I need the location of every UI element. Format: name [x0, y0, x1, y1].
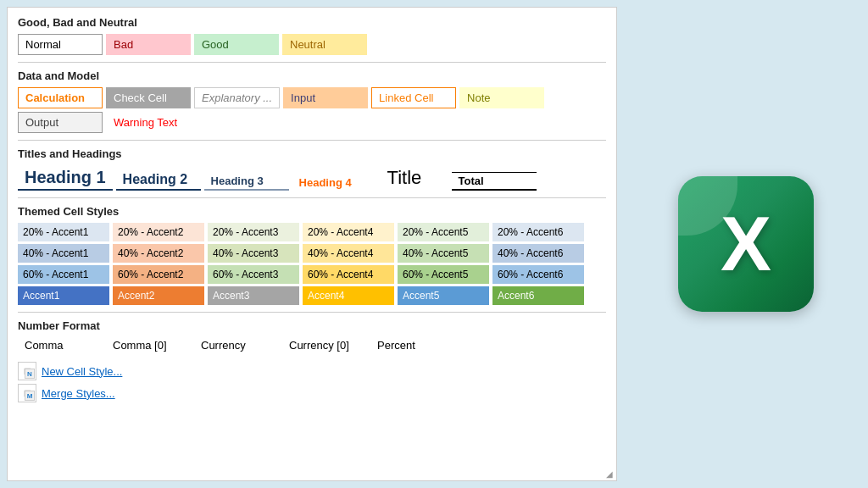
cell-heading4[interactable]: Heading 4	[292, 175, 377, 191]
merge-styles-label[interactable]: Merge Styles...	[42, 387, 115, 400]
themed-row-40: 40% - Accent1 40% - Accent2 40% - Accent…	[18, 244, 606, 263]
good-bad-neutral-row: Normal Bad Good Neutral	[18, 34, 606, 55]
cell-output[interactable]: Output	[18, 112, 103, 133]
data-model-row1: Calculation Check Cell Explanatory ... I…	[18, 87, 606, 108]
new-cell-style-label[interactable]: New Cell Style...	[42, 365, 122, 378]
cell-accent4[interactable]: Accent4	[303, 286, 394, 305]
excel-logo-x: X	[721, 206, 771, 282]
cell-heading1[interactable]: Heading 1	[18, 166, 113, 191]
cell-comma-0[interactable]: Comma [0]	[106, 337, 191, 353]
section-titles-headings: Titles and Headings	[18, 147, 606, 160]
cell-60-accent1[interactable]: 60% - Accent1	[18, 265, 109, 284]
cell-normal[interactable]: Normal	[18, 34, 103, 55]
cell-20-accent1[interactable]: 20% - Accent1	[18, 223, 109, 241]
cell-good[interactable]: Good	[194, 34, 279, 55]
cell-warning-text[interactable]: Warning Text	[106, 112, 191, 133]
cell-accent5[interactable]: Accent5	[398, 286, 489, 305]
headings-row: Heading 1 Heading 2 Heading 3 Heading 4 …	[18, 165, 606, 191]
cell-60-accent2[interactable]: 60% - Accent2	[113, 265, 204, 284]
merge-styles-button[interactable]: ▣ M Merge Styles...	[18, 384, 606, 402]
cell-explanatory[interactable]: Explanatory ...	[194, 87, 280, 108]
cell-note[interactable]: Note	[459, 87, 544, 108]
cell-bad[interactable]: Bad	[106, 34, 191, 55]
cell-60-accent3[interactable]: 60% - Accent3	[208, 265, 299, 284]
cell-20-accent5[interactable]: 20% - Accent5	[398, 223, 489, 241]
cell-20-accent2[interactable]: 20% - Accent2	[113, 223, 204, 241]
cell-heading3[interactable]: Heading 3	[204, 173, 289, 191]
cell-40-accent2[interactable]: 40% - Accent2	[113, 244, 204, 263]
cell-accent1[interactable]: Accent1	[18, 286, 109, 305]
cell-40-accent1[interactable]: 40% - Accent1	[18, 244, 109, 263]
styles-panel: Good, Bad and Neutral Normal Bad Good Ne…	[7, 7, 617, 481]
cell-percent[interactable]: Percent	[370, 337, 455, 353]
cell-40-accent3[interactable]: 40% - Accent3	[208, 244, 299, 263]
excel-logo: X	[678, 176, 814, 312]
cell-calculation[interactable]: Calculation	[18, 87, 103, 108]
cell-60-accent6[interactable]: 60% - Accent6	[492, 265, 584, 284]
cell-40-accent5[interactable]: 40% - Accent5	[398, 244, 489, 263]
cell-linked-cell[interactable]: Linked Cell	[371, 87, 456, 108]
themed-row-60: 60% - Accent1 60% - Accent2 60% - Accent…	[18, 265, 606, 284]
bottom-buttons: ▣ N New Cell Style... ▣ M Merge Styles..…	[18, 362, 606, 402]
cell-accent2[interactable]: Accent2	[113, 286, 204, 305]
cell-20-accent3[interactable]: 20% - Accent3	[208, 223, 299, 241]
merge-styles-icon: ▣ M	[18, 384, 36, 402]
corner-indicator: ◢	[606, 469, 613, 479]
cell-40-accent4[interactable]: 40% - Accent4	[303, 244, 394, 263]
cell-20-accent6[interactable]: 20% - Accent6	[492, 223, 584, 241]
new-cell-style-icon-inner: N	[25, 369, 35, 379]
cell-20-accent4[interactable]: 20% - Accent4	[303, 223, 394, 241]
cell-60-accent5[interactable]: 60% - Accent5	[398, 265, 489, 284]
cell-check-cell[interactable]: Check Cell	[106, 87, 191, 108]
section-number-format: Number Format	[18, 319, 606, 332]
section-themed: Themed Cell Styles	[18, 205, 606, 218]
data-model-row2: Output Warning Text	[18, 112, 606, 133]
number-format-row: Comma Comma [0] Currency Currency [0] Pe…	[18, 337, 606, 353]
merge-styles-icon-inner: M	[25, 391, 35, 401]
cell-comma[interactable]: Comma	[18, 337, 103, 353]
section-data-model: Data and Model	[18, 69, 606, 82]
themed-row-20: 20% - Accent1 20% - Accent2 20% - Accent…	[18, 223, 606, 241]
section-good-bad-neutral: Good, Bad and Neutral	[18, 16, 606, 29]
cell-total[interactable]: Total	[452, 172, 537, 191]
cell-60-accent4[interactable]: 60% - Accent4	[303, 265, 394, 284]
themed-row-full: Accent1 Accent2 Accent3 Accent4 Accent5 …	[18, 286, 606, 305]
new-cell-style-button[interactable]: ▣ N New Cell Style...	[18, 362, 606, 380]
cell-heading2[interactable]: Heading 2	[116, 170, 201, 191]
cell-input[interactable]: Input	[283, 87, 368, 108]
cell-accent6[interactable]: Accent6	[492, 286, 584, 305]
cell-currency[interactable]: Currency	[194, 337, 279, 353]
cell-neutral[interactable]: Neutral	[282, 34, 367, 55]
cell-accent3[interactable]: Accent3	[208, 286, 299, 305]
cell-title[interactable]: Title	[381, 165, 448, 191]
cell-currency-0[interactable]: Currency [0]	[282, 337, 367, 353]
new-cell-style-icon: ▣ N	[18, 362, 36, 380]
cell-40-accent6[interactable]: 40% - Accent6	[492, 244, 584, 263]
excel-logo-background: X	[678, 176, 814, 312]
excel-logo-area: X	[624, 0, 868, 488]
